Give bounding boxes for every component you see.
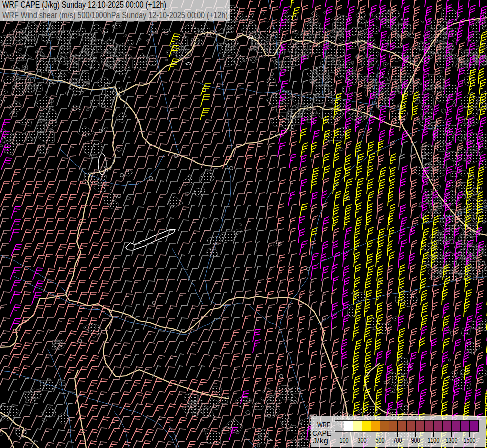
svg-text:WRF Wind shear (m/s) 500/1000h: WRF Wind shear (m/s) 500/1000hPa Sunday …	[2, 10, 228, 20]
svg-text:300: 300	[358, 436, 367, 444]
svg-text:WRF: WRF	[317, 420, 330, 429]
svg-text:700: 700	[393, 436, 402, 444]
svg-text:WRF CAPE (J/kg) Sunday 12-10-2: WRF CAPE (J/kg) Sunday 12-10-2025 00:00 …	[2, 0, 166, 10]
svg-text:1100: 1100	[428, 436, 440, 444]
svg-text:900: 900	[411, 436, 420, 444]
svg-text:J/kg: J/kg	[313, 436, 328, 445]
svg-text:100: 100	[340, 436, 349, 444]
svg-text:1500: 1500	[464, 436, 476, 444]
svg-text:500: 500	[376, 436, 385, 444]
svg-text:1300: 1300	[446, 436, 458, 444]
